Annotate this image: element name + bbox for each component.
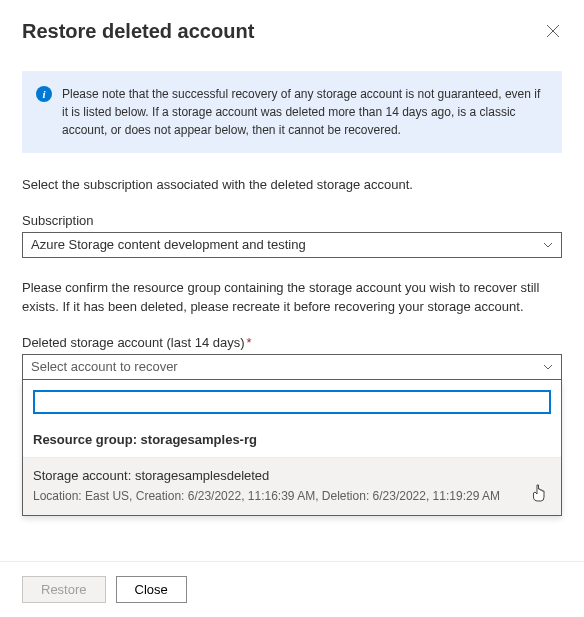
deleted-account-label: Deleted storage account (last 14 days)* (22, 335, 562, 350)
deleted-account-field: Deleted storage account (last 14 days)* … (22, 335, 562, 516)
subscription-value: Azure Storage content development and te… (31, 237, 306, 252)
panel-footer: Restore Close (0, 561, 584, 617)
option-title: Storage account: storagesamplesdeleted (33, 468, 551, 483)
deleted-account-instruction: Please confirm the resource group contai… (22, 278, 562, 317)
info-text: Please note that the successful recovery… (62, 85, 548, 139)
chevron-down-icon (543, 242, 553, 248)
subscription-field: Subscription Azure Storage content devel… (22, 213, 562, 258)
panel-header: Restore deleted account (22, 20, 562, 43)
deleted-account-select[interactable]: Select account to recover (22, 354, 562, 380)
required-indicator: * (247, 335, 252, 350)
close-button[interactable]: Close (116, 576, 187, 603)
restore-button[interactable]: Restore (22, 576, 106, 603)
deleted-account-dropdown: Resource group: storagesamples-rg Storag… (22, 380, 562, 516)
info-icon: i (36, 86, 52, 102)
option-details: Location: East US, Creation: 6/23/2022, … (33, 489, 551, 503)
storage-account-option[interactable]: Storage account: storagesamplesdeleted L… (23, 458, 561, 515)
subscription-select[interactable]: Azure Storage content development and te… (22, 232, 562, 258)
page-title: Restore deleted account (22, 20, 254, 43)
deleted-account-placeholder: Select account to recover (31, 359, 178, 374)
info-banner: i Please note that the successful recove… (22, 71, 562, 153)
restore-account-panel: Restore deleted account i Please note th… (0, 0, 584, 516)
dropdown-search-wrap (23, 380, 561, 422)
pointer-cursor-icon (531, 483, 547, 503)
subscription-label: Subscription (22, 213, 562, 228)
resource-group-header: Resource group: storagesamples-rg (23, 422, 561, 458)
subscription-instruction: Select the subscription associated with … (22, 175, 562, 195)
close-icon[interactable] (546, 24, 562, 40)
chevron-down-icon (543, 364, 553, 370)
dropdown-search-input[interactable] (33, 390, 551, 414)
